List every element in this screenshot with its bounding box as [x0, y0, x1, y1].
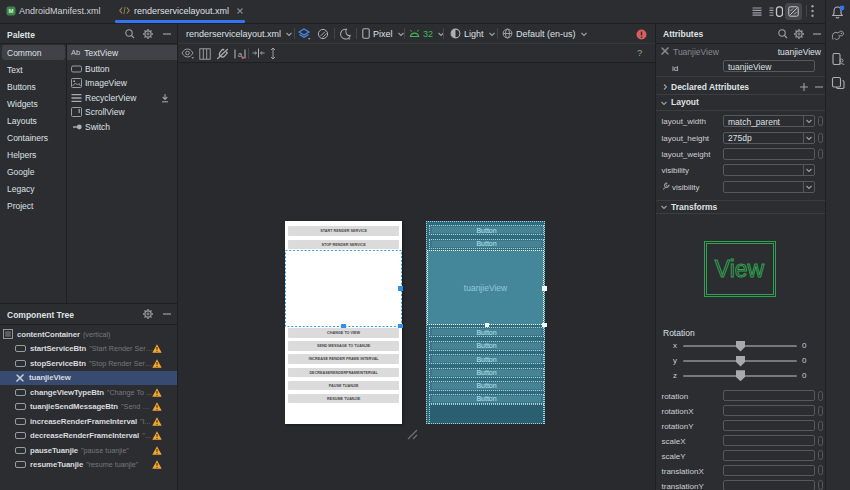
svg-text:M: M	[9, 8, 14, 14]
